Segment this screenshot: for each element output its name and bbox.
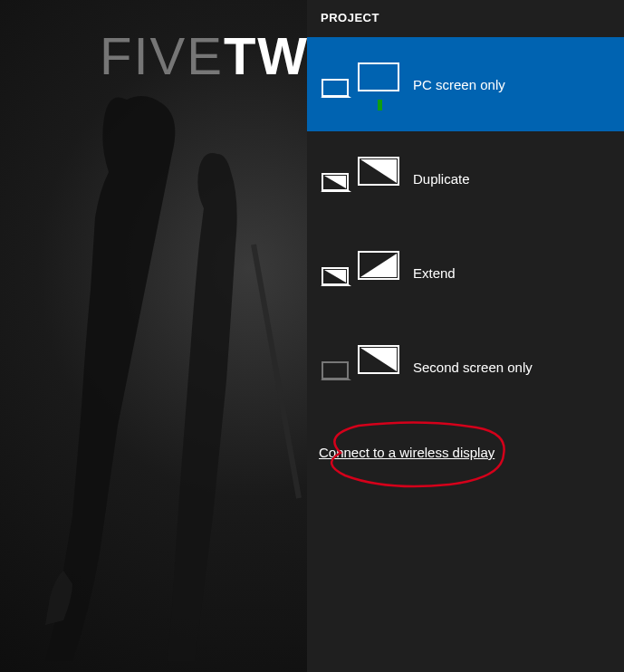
option-label: Second screen only — [413, 360, 533, 375]
pc-screen-only-icon — [321, 62, 402, 107]
option-label: Duplicate — [413, 171, 470, 187]
svg-rect-2 — [359, 63, 398, 91]
option-pc-screen-only[interactable]: PC screen only — [307, 37, 624, 131]
option-second-screen-only[interactable]: Second screen only — [307, 320, 624, 414]
project-panel: PROJECT PC screen only Duplicate — [307, 0, 624, 672]
option-label: PC screen only — [413, 77, 505, 92]
active-indicator — [378, 100, 382, 110]
svg-line-0 — [254, 245, 299, 498]
option-extend[interactable]: Extend — [307, 226, 624, 320]
second-screen-only-icon — [321, 344, 402, 389]
option-label: Extend — [413, 265, 456, 281]
svg-rect-7 — [322, 362, 348, 379]
connect-wireless-display-link[interactable]: Connect to a wireless display — [319, 445, 624, 460]
svg-rect-1 — [322, 80, 348, 96]
option-duplicate[interactable]: Duplicate — [307, 131, 624, 226]
extend-icon — [321, 250, 402, 295]
duplicate-icon — [321, 156, 402, 201]
wallpaper-figure — [36, 63, 308, 670]
panel-title: PROJECT — [307, 0, 624, 37]
